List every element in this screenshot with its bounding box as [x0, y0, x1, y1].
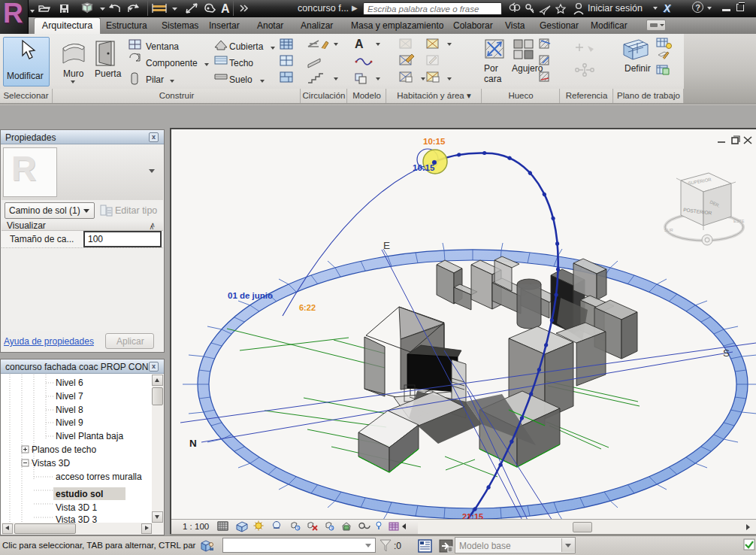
- svg-text:Nivel 8: Nivel 8: [56, 405, 83, 415]
- svg-text:S: S: [723, 347, 730, 359]
- svg-text:Vista 3D 1: Vista 3D 1: [56, 502, 97, 513]
- svg-text:9: 9: [297, 526, 300, 531]
- svg-text:9: 9: [331, 526, 334, 531]
- svg-text:SUR: SUR: [664, 228, 673, 232]
- svg-text:Nivel 9: Nivel 9: [56, 417, 83, 428]
- svg-text:N: N: [189, 438, 197, 449]
- svg-text:E: E: [383, 240, 390, 251]
- svg-text:6:22: 6:22: [299, 303, 316, 312]
- svg-text:10:15: 10:15: [423, 137, 446, 146]
- svg-text:01 de junio: 01 de junio: [228, 291, 273, 300]
- svg-text:10:15: 10:15: [413, 163, 435, 172]
- svg-text:Nivel 6: Nivel 6: [56, 378, 83, 388]
- svg-text:Nivel 7: Nivel 7: [56, 391, 83, 402]
- svg-text:A: A: [221, 2, 230, 15]
- svg-text:Vista 3D 3: Vista 3D 3: [56, 514, 97, 523]
- svg-text:Planos de techo: Planos de techo: [32, 444, 96, 455]
- svg-text:estudio sol: estudio sol: [56, 489, 103, 499]
- svg-text:Nivel Planta baja: Nivel Planta baja: [56, 431, 123, 441]
- svg-text:21:15: 21:15: [462, 512, 483, 519]
- svg-text:A: A: [355, 38, 364, 50]
- svg-text:Vistas 3D: Vistas 3D: [32, 458, 70, 469]
- svg-text:ESTE: ESTE: [733, 219, 745, 223]
- svg-text:acceso torres muralla: acceso torres muralla: [56, 472, 142, 482]
